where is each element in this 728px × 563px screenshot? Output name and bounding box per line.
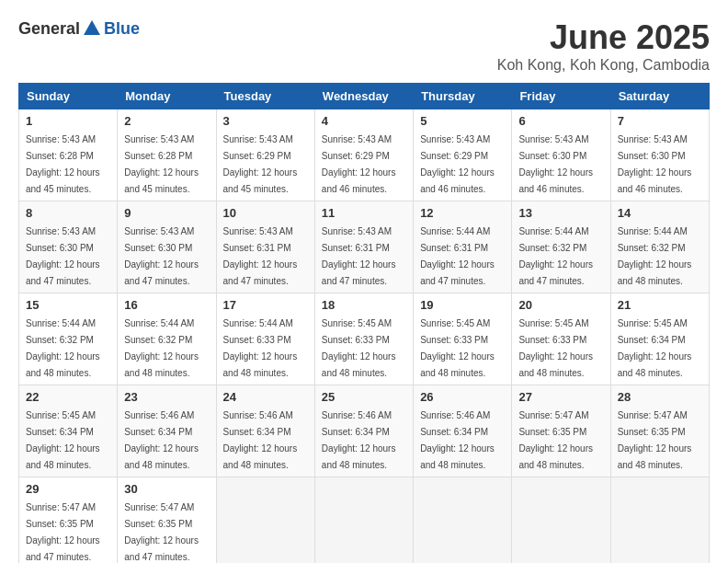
day-number: 9 [124,206,209,220]
day-number: 10 [223,206,308,220]
day-number: 26 [420,390,505,404]
day-info: Sunrise: 5:47 AM Sunset: 6:35 PM Dayligh… [518,410,593,470]
calendar-cell: 2 Sunrise: 5:43 AM Sunset: 6:28 PM Dayli… [118,109,216,201]
weekday-header-friday: Friday [512,84,610,109]
week-row-5: 29 Sunrise: 5:47 AM Sunset: 6:35 PM Dayl… [19,477,710,564]
day-number: 11 [322,206,406,220]
week-row-4: 22 Sunrise: 5:45 AM Sunset: 6:34 PM Dayl… [19,385,710,477]
weekday-header-monday: Monday [118,84,216,109]
header: General Blue June 2025 Koh Kong, Koh Kon… [18,18,710,74]
week-row-2: 8 Sunrise: 5:43 AM Sunset: 6:30 PM Dayli… [19,201,710,293]
calendar-cell: 24 Sunrise: 5:46 AM Sunset: 6:34 PM Dayl… [216,385,314,477]
calendar-cell: 21 Sunrise: 5:45 AM Sunset: 6:34 PM Dayl… [610,293,709,385]
calendar-cell: 18 Sunrise: 5:45 AM Sunset: 6:33 PM Dayl… [314,293,413,385]
logo: General Blue [18,18,140,39]
calendar-cell: 16 Sunrise: 5:44 AM Sunset: 6:32 PM Dayl… [118,293,216,385]
logo-general: General [18,19,80,39]
calendar-table: SundayMondayTuesdayWednesdayThursdayFrid… [18,83,710,563]
calendar-cell: 4 Sunrise: 5:43 AM Sunset: 6:29 PM Dayli… [314,109,413,201]
day-info: Sunrise: 5:44 AM Sunset: 6:33 PM Dayligh… [223,318,298,378]
calendar-cell: 13 Sunrise: 5:44 AM Sunset: 6:32 PM Dayl… [512,201,610,293]
weekday-header-tuesday: Tuesday [216,84,314,109]
day-info: Sunrise: 5:45 AM Sunset: 6:34 PM Dayligh… [618,318,692,378]
day-number: 13 [518,206,603,220]
day-number: 14 [618,206,702,220]
calendar-cell: 10 Sunrise: 5:43 AM Sunset: 6:31 PM Dayl… [216,201,314,293]
calendar-cell: 30 Sunrise: 5:47 AM Sunset: 6:35 PM Dayl… [118,477,216,564]
day-info: Sunrise: 5:46 AM Sunset: 6:34 PM Dayligh… [420,410,495,470]
logo-icon [82,18,102,39]
calendar-cell: 26 Sunrise: 5:46 AM Sunset: 6:34 PM Dayl… [414,385,512,477]
logo-blue: Blue [104,19,140,39]
day-info: Sunrise: 5:45 AM Sunset: 6:33 PM Dayligh… [322,318,396,378]
day-number: 8 [26,206,110,220]
day-info: Sunrise: 5:45 AM Sunset: 6:34 PM Dayligh… [26,410,100,470]
day-number: 28 [618,390,702,404]
calendar-cell: 29 Sunrise: 5:47 AM Sunset: 6:35 PM Dayl… [19,477,118,564]
day-number: 19 [420,298,505,312]
calendar-cell: 25 Sunrise: 5:46 AM Sunset: 6:34 PM Dayl… [314,385,413,477]
day-number: 2 [124,114,209,128]
day-number: 17 [223,298,308,312]
day-number: 6 [518,114,603,128]
day-info: Sunrise: 5:47 AM Sunset: 6:35 PM Dayligh… [26,502,100,562]
calendar-cell [414,477,512,564]
calendar-cell: 27 Sunrise: 5:47 AM Sunset: 6:35 PM Dayl… [512,385,610,477]
weekday-header-saturday: Saturday [610,84,709,109]
day-number: 18 [322,298,406,312]
day-number: 29 [26,482,110,496]
day-info: Sunrise: 5:45 AM Sunset: 6:33 PM Dayligh… [420,318,495,378]
weekday-header-wednesday: Wednesday [314,84,413,109]
calendar-cell: 19 Sunrise: 5:45 AM Sunset: 6:33 PM Dayl… [414,293,512,385]
week-row-1: 1 Sunrise: 5:43 AM Sunset: 6:28 PM Dayli… [19,109,710,201]
day-info: Sunrise: 5:45 AM Sunset: 6:33 PM Dayligh… [518,318,593,378]
day-number: 4 [322,114,406,128]
day-info: Sunrise: 5:43 AM Sunset: 6:29 PM Dayligh… [420,134,495,194]
calendar-cell: 6 Sunrise: 5:43 AM Sunset: 6:30 PM Dayli… [512,109,610,201]
day-info: Sunrise: 5:44 AM Sunset: 6:32 PM Dayligh… [124,318,199,378]
calendar-cell: 17 Sunrise: 5:44 AM Sunset: 6:33 PM Dayl… [216,293,314,385]
day-info: Sunrise: 5:47 AM Sunset: 6:35 PM Dayligh… [618,410,692,470]
calendar-cell: 1 Sunrise: 5:43 AM Sunset: 6:28 PM Dayli… [19,109,118,201]
day-number: 16 [124,298,209,312]
calendar-cell [512,477,610,564]
day-number: 21 [618,298,702,312]
day-info: Sunrise: 5:46 AM Sunset: 6:34 PM Dayligh… [322,410,396,470]
svg-marker-0 [84,20,100,35]
calendar-cell: 7 Sunrise: 5:43 AM Sunset: 6:30 PM Dayli… [610,109,709,201]
calendar-cell: 22 Sunrise: 5:45 AM Sunset: 6:34 PM Dayl… [19,385,118,477]
calendar-title: June 2025 [497,18,710,57]
day-number: 27 [518,390,603,404]
day-number: 5 [420,114,505,128]
day-info: Sunrise: 5:44 AM Sunset: 6:32 PM Dayligh… [26,318,100,378]
title-area: June 2025 Koh Kong, Koh Kong, Cambodia [497,18,710,74]
calendar-cell: 9 Sunrise: 5:43 AM Sunset: 6:30 PM Dayli… [118,201,216,293]
day-info: Sunrise: 5:43 AM Sunset: 6:28 PM Dayligh… [26,134,100,194]
day-number: 24 [223,390,308,404]
day-number: 1 [26,114,110,128]
calendar-cell [314,477,413,564]
day-info: Sunrise: 5:44 AM Sunset: 6:31 PM Dayligh… [420,226,495,286]
day-info: Sunrise: 5:47 AM Sunset: 6:35 PM Dayligh… [124,502,199,562]
week-row-3: 15 Sunrise: 5:44 AM Sunset: 6:32 PM Dayl… [19,293,710,385]
calendar-cell: 11 Sunrise: 5:43 AM Sunset: 6:31 PM Dayl… [314,201,413,293]
day-info: Sunrise: 5:43 AM Sunset: 6:30 PM Dayligh… [618,134,692,194]
day-info: Sunrise: 5:43 AM Sunset: 6:30 PM Dayligh… [124,226,199,286]
day-info: Sunrise: 5:46 AM Sunset: 6:34 PM Dayligh… [223,410,298,470]
day-info: Sunrise: 5:44 AM Sunset: 6:32 PM Dayligh… [518,226,593,286]
day-number: 20 [518,298,603,312]
calendar-cell: 28 Sunrise: 5:47 AM Sunset: 6:35 PM Dayl… [610,385,709,477]
day-number: 7 [618,114,702,128]
calendar-cell: 23 Sunrise: 5:46 AM Sunset: 6:34 PM Dayl… [118,385,216,477]
day-number: 23 [124,390,209,404]
day-info: Sunrise: 5:44 AM Sunset: 6:32 PM Dayligh… [618,226,692,286]
calendar-cell: 3 Sunrise: 5:43 AM Sunset: 6:29 PM Dayli… [216,109,314,201]
calendar-cell: 15 Sunrise: 5:44 AM Sunset: 6:32 PM Dayl… [19,293,118,385]
day-info: Sunrise: 5:43 AM Sunset: 6:28 PM Dayligh… [124,134,199,194]
day-number: 22 [26,390,110,404]
calendar-cell [216,477,314,564]
day-info: Sunrise: 5:43 AM Sunset: 6:29 PM Dayligh… [223,134,298,194]
day-number: 15 [26,298,110,312]
calendar-cell: 5 Sunrise: 5:43 AM Sunset: 6:29 PM Dayli… [414,109,512,201]
weekday-header-thursday: Thursday [414,84,512,109]
